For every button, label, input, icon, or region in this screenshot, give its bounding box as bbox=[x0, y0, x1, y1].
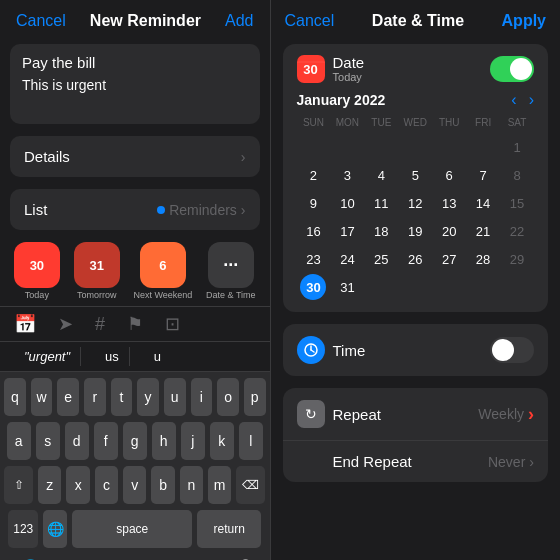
reminder-text-area[interactable]: Pay the bill This is urgent bbox=[10, 44, 260, 124]
cal-day-30-today[interactable]: 30 bbox=[300, 274, 326, 300]
key-g[interactable]: g bbox=[123, 422, 147, 460]
cal-day-20[interactable]: 20 bbox=[436, 218, 462, 244]
end-repeat-row[interactable]: End Repeat Never › bbox=[283, 441, 548, 482]
key-b[interactable]: b bbox=[151, 466, 174, 504]
cal-day-2[interactable]: 2 bbox=[300, 162, 326, 188]
cal-row-3: 9 10 11 12 13 14 15 bbox=[297, 190, 534, 216]
cal-day-11[interactable]: 11 bbox=[368, 190, 394, 216]
key-s[interactable]: s bbox=[36, 422, 60, 460]
cal-day-1[interactable]: 1 bbox=[504, 134, 530, 160]
key-r[interactable]: r bbox=[84, 378, 106, 416]
cal-day-8[interactable]: 8 bbox=[504, 162, 530, 188]
flag-toolbar-icon[interactable]: ⚑ bbox=[127, 313, 143, 335]
autocomplete-us[interactable]: us bbox=[95, 347, 130, 366]
key-y[interactable]: y bbox=[137, 378, 159, 416]
key-x[interactable]: x bbox=[66, 466, 89, 504]
cal-day-31[interactable]: 31 bbox=[334, 274, 360, 300]
cal-day-19[interactable]: 19 bbox=[402, 218, 428, 244]
col-mon: MON bbox=[330, 115, 364, 130]
repeat-row[interactable]: ↻ Repeat Weekly › bbox=[283, 388, 548, 441]
hashtag-toolbar-icon[interactable]: # bbox=[95, 314, 105, 335]
cal-day-7[interactable]: 7 bbox=[470, 162, 496, 188]
key-j[interactable]: j bbox=[181, 422, 205, 460]
key-d[interactable]: d bbox=[65, 422, 89, 460]
key-t[interactable]: t bbox=[111, 378, 133, 416]
numbers-key[interactable]: 123 bbox=[8, 510, 38, 548]
cal-day-10[interactable]: 10 bbox=[334, 190, 360, 216]
cal-day-17[interactable]: 17 bbox=[334, 218, 360, 244]
cal-day-22[interactable]: 22 bbox=[504, 218, 530, 244]
cal-day-empty bbox=[436, 134, 462, 160]
cal-day-23[interactable]: 23 bbox=[300, 246, 326, 272]
cal-day-13[interactable]: 13 bbox=[436, 190, 462, 216]
key-w[interactable]: w bbox=[31, 378, 53, 416]
cal-row-5: 23 24 25 26 27 28 29 bbox=[297, 246, 534, 272]
shift-key[interactable]: ⇧ bbox=[4, 466, 33, 504]
prev-month-arrow[interactable]: ‹ bbox=[511, 91, 516, 109]
list-value-group: Reminders › bbox=[157, 202, 245, 218]
key-q[interactable]: q bbox=[4, 378, 26, 416]
end-repeat-right: Never › bbox=[488, 454, 534, 470]
time-toggle[interactable] bbox=[490, 337, 534, 363]
cal-row-2: 2 3 4 5 6 7 8 bbox=[297, 162, 534, 188]
next-month-arrow[interactable]: › bbox=[529, 91, 534, 109]
key-i[interactable]: i bbox=[191, 378, 213, 416]
location-toolbar-icon[interactable]: ➤ bbox=[58, 313, 73, 335]
key-o[interactable]: o bbox=[217, 378, 239, 416]
cal-day-5[interactable]: 5 bbox=[402, 162, 428, 188]
details-row[interactable]: Details › bbox=[10, 136, 260, 177]
cal-day-25[interactable]: 25 bbox=[368, 246, 394, 272]
cal-day-26[interactable]: 26 bbox=[402, 246, 428, 272]
key-p[interactable]: p bbox=[244, 378, 266, 416]
autocomplete-urgent[interactable]: "urgent" bbox=[14, 347, 81, 366]
cal-day-27[interactable]: 27 bbox=[436, 246, 462, 272]
tomorrow-label: Tomorrow bbox=[77, 290, 117, 300]
return-key[interactable]: return bbox=[197, 510, 261, 548]
space-key[interactable]: space bbox=[72, 510, 192, 548]
cal-day-6[interactable]: 6 bbox=[436, 162, 462, 188]
cal-day-empty bbox=[402, 274, 428, 300]
cal-day-3[interactable]: 3 bbox=[334, 162, 360, 188]
key-h[interactable]: h bbox=[152, 422, 176, 460]
add-button[interactable]: Add bbox=[225, 12, 253, 30]
apply-button[interactable]: Apply bbox=[502, 12, 546, 30]
emoji-key[interactable]: 🌐 bbox=[43, 510, 67, 548]
time-label: Time bbox=[333, 342, 366, 359]
calendar-toolbar-icon[interactable]: 📅 bbox=[14, 313, 36, 335]
key-z[interactable]: z bbox=[38, 466, 61, 504]
cal-day-21[interactable]: 21 bbox=[470, 218, 496, 244]
cal-day-4[interactable]: 4 bbox=[368, 162, 394, 188]
date-toggle[interactable] bbox=[490, 56, 534, 82]
key-v[interactable]: v bbox=[123, 466, 146, 504]
key-k[interactable]: k bbox=[210, 422, 234, 460]
autocomplete-u[interactable]: u bbox=[144, 347, 171, 366]
cal-day-16[interactable]: 16 bbox=[300, 218, 326, 244]
delete-key[interactable]: ⌫ bbox=[236, 466, 265, 504]
cal-day-15[interactable]: 15 bbox=[504, 190, 530, 216]
cal-day-28[interactable]: 28 bbox=[470, 246, 496, 272]
cancel-button[interactable]: Cancel bbox=[16, 12, 66, 30]
cal-day-24[interactable]: 24 bbox=[334, 246, 360, 272]
cal-day-14[interactable]: 14 bbox=[470, 190, 496, 216]
key-n[interactable]: n bbox=[180, 466, 203, 504]
cal-day-18[interactable]: 18 bbox=[368, 218, 394, 244]
col-sat: SAT bbox=[500, 115, 534, 130]
right-nav-bar: Cancel Date & Time Apply bbox=[271, 0, 560, 38]
shortcut-tomorrow[interactable]: 31 Tomorrow bbox=[74, 242, 120, 300]
right-cancel-button[interactable]: Cancel bbox=[285, 12, 335, 30]
shortcut-datetime[interactable]: ··· Date & Time bbox=[206, 242, 256, 300]
key-u[interactable]: u bbox=[164, 378, 186, 416]
key-m[interactable]: m bbox=[208, 466, 231, 504]
key-e[interactable]: e bbox=[57, 378, 79, 416]
list-row[interactable]: List Reminders › bbox=[10, 189, 260, 230]
shortcut-today[interactable]: 30 Today bbox=[14, 242, 60, 300]
key-c[interactable]: c bbox=[95, 466, 118, 504]
shortcut-weekend[interactable]: 6 Next Weekend bbox=[133, 242, 192, 300]
camera-toolbar-icon[interactable]: ⊡ bbox=[165, 313, 180, 335]
key-a[interactable]: a bbox=[7, 422, 31, 460]
key-l[interactable]: l bbox=[239, 422, 263, 460]
key-f[interactable]: f bbox=[94, 422, 118, 460]
cal-day-29[interactable]: 29 bbox=[504, 246, 530, 272]
cal-day-12[interactable]: 12 bbox=[402, 190, 428, 216]
cal-day-9[interactable]: 9 bbox=[300, 190, 326, 216]
